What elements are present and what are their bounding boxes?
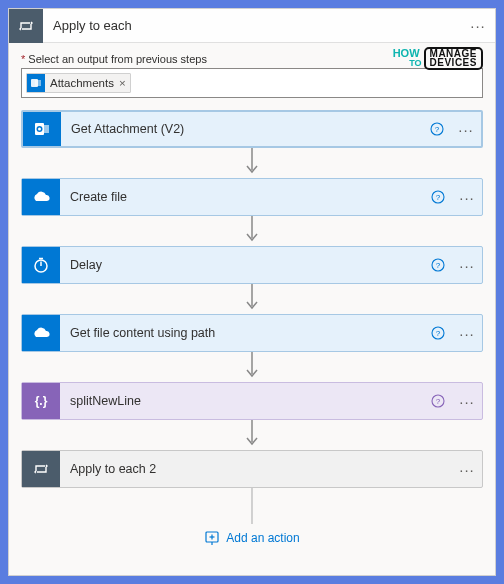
step-title: splitNewLine [60,383,424,419]
step-menu-button[interactable]: ··· [452,247,482,283]
svg-text:?: ? [436,261,441,270]
step-apply-to-each-2[interactable]: Apply to each 2 ··· [21,450,483,488]
token-attachments[interactable]: Attachments × [26,73,131,93]
add-action-label: Add an action [226,531,299,545]
add-action-button[interactable]: Add an action [21,524,483,546]
connector-arrow [21,216,483,246]
svg-text:?: ? [435,125,440,134]
header-menu-button[interactable]: ··· [461,17,495,34]
svg-text:?: ? [436,397,441,406]
step-create-file[interactable]: Create file ? ··· [21,178,483,216]
connector-arrow [21,284,483,314]
help-icon[interactable]: ? [424,315,452,351]
help-icon[interactable] [424,451,452,487]
step-title: Get Attachment (V2) [61,112,423,146]
data-operation-icon: {.} [22,383,60,419]
step-menu-button[interactable]: ··· [452,179,482,215]
connector-arrow [21,420,483,450]
step-menu-button[interactable]: ··· [452,383,482,419]
outlook-icon [27,74,45,92]
step-title: Get file content using path [60,315,424,351]
help-icon[interactable]: ? [424,179,452,215]
output-field-label: * Select an output from previous steps [21,53,483,65]
connector-arrow [21,352,483,382]
token-label: Attachments [50,77,114,89]
outlook-icon [23,112,61,146]
onedrive-icon [22,179,60,215]
add-action-icon [204,530,220,546]
step-split-newline[interactable]: {.} splitNewLine ? ··· [21,382,483,420]
step-delay[interactable]: Delay ? ··· [21,246,483,284]
step-get-file-content[interactable]: Get file content using path ? ··· [21,314,483,352]
step-title: Delay [60,247,424,283]
svg-text:?: ? [436,329,441,338]
token-remove[interactable]: × [119,77,126,89]
step-menu-button[interactable]: ··· [452,315,482,351]
loop-icon [22,451,60,487]
svg-text:?: ? [436,193,441,202]
output-field[interactable]: Attachments × [21,68,483,98]
loop-title: Apply to each [43,18,461,33]
help-icon[interactable]: ? [424,247,452,283]
loop-header[interactable]: Apply to each ··· [9,9,495,43]
svg-rect-1 [35,80,41,86]
help-icon[interactable]: ? [423,112,451,146]
step-get-attachment[interactable]: Get Attachment (V2) ? ··· [21,110,483,148]
step-menu-button[interactable]: ··· [452,451,482,487]
loop-icon [9,9,43,43]
connector-line [21,488,483,524]
svg-rect-5 [38,128,41,131]
timer-icon [22,247,60,283]
help-icon[interactable]: ? [424,383,452,419]
onedrive-icon [22,315,60,351]
step-title: Create file [60,179,424,215]
step-title: Apply to each 2 [60,451,424,487]
step-menu-button[interactable]: ··· [451,112,481,146]
connector-arrow [21,148,483,178]
